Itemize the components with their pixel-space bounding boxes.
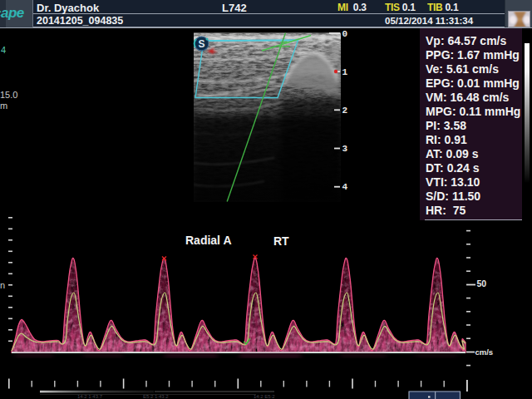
svg-text:3: 3 bbox=[342, 144, 348, 154]
svg-text:m: m bbox=[0, 101, 7, 111]
svg-text:cm/s: cm/s bbox=[475, 347, 494, 357]
svg-text:50: 50 bbox=[477, 278, 487, 288]
svg-text:15.0: 15.0 bbox=[0, 90, 17, 100]
svg-text:Radial A: Radial A bbox=[185, 234, 232, 247]
svg-text:2: 2 bbox=[342, 106, 348, 116]
svg-text:4: 4 bbox=[342, 182, 348, 192]
svg-text:4: 4 bbox=[1, 45, 6, 55]
svg-text:n: n bbox=[0, 280, 5, 290]
svg-text:1: 1 bbox=[342, 67, 348, 77]
svg-text:0: 0 bbox=[342, 29, 348, 39]
svg-text:S: S bbox=[198, 38, 204, 50]
svg-text:RT: RT bbox=[273, 234, 289, 248]
svg-text:14:2 E5:2: 14:2 E5:2 bbox=[254, 394, 275, 399]
